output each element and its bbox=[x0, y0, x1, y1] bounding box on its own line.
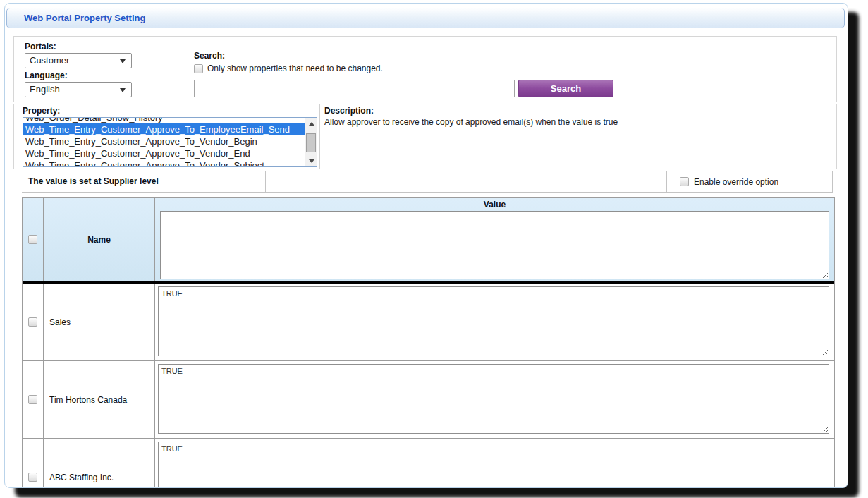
search-pane: Search: Only show properties that need t… bbox=[183, 37, 836, 102]
web-portal-property-setting-window: Web Portal Property Setting Portals: Cus… bbox=[4, 3, 848, 488]
search-input[interactable] bbox=[194, 80, 515, 97]
title-bar: Web Portal Property Setting bbox=[6, 8, 845, 28]
name-column-header: Name bbox=[44, 198, 155, 281]
enable-override-label: Enable override option bbox=[694, 177, 778, 187]
table-row: ABC Staffing Inc. bbox=[23, 439, 834, 488]
scrollbar-thumb[interactable] bbox=[306, 133, 316, 152]
property-listbox[interactable]: Web_Order_Detail_Show_HistoryWeb_Time_En… bbox=[23, 117, 317, 167]
description-pane: Description: Allow approver to receive t… bbox=[320, 104, 836, 169]
property-list-item[interactable]: Web_Time_Entry_Customer_Approve_To_Vendo… bbox=[23, 159, 305, 166]
row-check-cell bbox=[23, 284, 44, 360]
row-name: ABC Staffing Inc. bbox=[44, 439, 155, 488]
row-checkbox[interactable] bbox=[28, 317, 37, 327]
property-list-item[interactable]: Web_Time_Entry_Customer_Approve_To_Vendo… bbox=[23, 135, 305, 147]
value-column-header-cell: Value bbox=[155, 198, 834, 281]
value-level-text: The value is set at Supplier level bbox=[22, 171, 266, 193]
row-check-cell bbox=[23, 361, 44, 438]
chevron-down-icon bbox=[120, 88, 126, 92]
property-list-viewport: Web_Order_Detail_Show_HistoryWeb_Time_En… bbox=[23, 118, 305, 166]
row-checkbox[interactable] bbox=[28, 473, 37, 482]
only-changed-checkbox-label: Only show properties that need to be cha… bbox=[207, 63, 383, 73]
property-description-section: Property: Web_Order_Detail_Show_HistoryW… bbox=[13, 104, 837, 169]
row-check-cell bbox=[23, 439, 44, 488]
table-body: SalesTim Hortons CanadaABC Staffing Inc. bbox=[23, 284, 834, 488]
override-cell: Enable override option bbox=[667, 171, 833, 193]
row-value-cell bbox=[155, 284, 834, 360]
listbox-scrollbar[interactable] bbox=[305, 118, 317, 166]
row-checkbox[interactable] bbox=[28, 395, 37, 404]
enable-override-checkbox[interactable] bbox=[680, 177, 689, 186]
property-pane: Property: Web_Order_Detail_Show_HistoryW… bbox=[14, 104, 320, 169]
row-value-cell bbox=[155, 361, 834, 438]
language-select[interactable]: English bbox=[25, 82, 132, 97]
row-name: Sales bbox=[44, 284, 155, 360]
property-list-item[interactable]: Web_Order_Detail_Show_History bbox=[23, 118, 305, 123]
triangle-up-icon bbox=[309, 122, 314, 126]
only-changed-checkbox[interactable] bbox=[194, 64, 203, 73]
description-text: Allow approver to receive the copy of ap… bbox=[324, 117, 836, 127]
header-check-cell bbox=[23, 198, 44, 281]
language-select-value: English bbox=[30, 84, 60, 95]
filter-search-section: Portals: Customer Language: English Sear… bbox=[13, 36, 837, 102]
row-name: Tim Hortons Canada bbox=[44, 361, 155, 438]
select-all-checkbox[interactable] bbox=[28, 235, 37, 244]
portal-language-pane: Portals: Customer Language: English bbox=[14, 37, 183, 102]
portals-select-value: Customer bbox=[30, 55, 69, 66]
scroll-down-button[interactable] bbox=[305, 155, 317, 166]
values-table: Name Value SalesTim Hortons CanadaABC St… bbox=[22, 197, 835, 488]
status-strip: The value is set at Supplier level Enabl… bbox=[22, 171, 833, 193]
table-row: Sales bbox=[23, 284, 834, 361]
property-list-item[interactable]: Web_Time_Entry_Customer_Approve_To_Vendo… bbox=[23, 147, 305, 159]
row-value-textarea[interactable] bbox=[158, 286, 829, 356]
value-column-header: Value bbox=[155, 198, 834, 211]
table-row: Tim Hortons Canada bbox=[23, 361, 834, 439]
status-spacer bbox=[266, 171, 667, 193]
scroll-up-button[interactable] bbox=[305, 118, 317, 129]
property-list-item[interactable]: Web_Time_Entry_Customer_Approve_To_Emplo… bbox=[23, 123, 305, 135]
header-value-textarea[interactable] bbox=[160, 211, 829, 279]
language-label: Language: bbox=[25, 71, 183, 80]
page-title: Web Portal Property Setting bbox=[7, 8, 844, 28]
row-value-textarea[interactable] bbox=[158, 364, 829, 434]
property-label: Property: bbox=[23, 106, 319, 116]
portals-label: Portals: bbox=[25, 42, 183, 51]
portals-select[interactable]: Customer bbox=[25, 53, 132, 68]
row-value-textarea[interactable] bbox=[158, 442, 829, 488]
row-value-cell bbox=[155, 439, 834, 488]
triangle-down-icon bbox=[309, 159, 314, 163]
table-header-row: Name Value bbox=[23, 198, 834, 284]
search-button[interactable]: Search bbox=[518, 80, 613, 97]
description-label: Description: bbox=[324, 106, 836, 116]
search-label: Search: bbox=[194, 51, 836, 61]
chevron-down-icon bbox=[120, 59, 126, 63]
